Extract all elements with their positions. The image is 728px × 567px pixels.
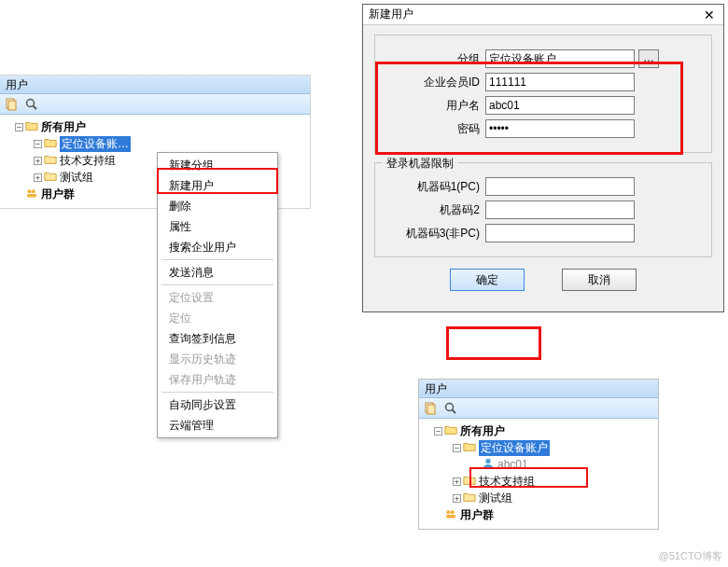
search-icon[interactable] bbox=[443, 401, 458, 416]
folder-open-icon bbox=[44, 136, 57, 152]
expand-toggle[interactable]: + bbox=[453, 477, 461, 486]
close-icon[interactable]: ✕ bbox=[701, 7, 718, 22]
input-group[interactable] bbox=[485, 49, 635, 68]
ok-button[interactable]: 确定 bbox=[450, 269, 525, 291]
svg-point-4 bbox=[27, 189, 31, 193]
expand-placeholder bbox=[471, 461, 480, 469]
expand-toggle[interactable]: + bbox=[34, 173, 42, 182]
menu-separator bbox=[161, 284, 273, 285]
expand-toggle[interactable]: + bbox=[453, 494, 461, 503]
new-user-dialog: 新建用户 ✕ 分组 … 企业会员ID 用户名 密码 bbox=[362, 4, 724, 312]
folder-icon bbox=[463, 474, 476, 490]
tree-label: 定位设备账… bbox=[60, 136, 131, 152]
input-machine1[interactable] bbox=[485, 177, 635, 196]
svg-rect-14 bbox=[446, 514, 456, 518]
svg-point-12 bbox=[446, 510, 450, 514]
folder-icon bbox=[463, 491, 476, 506]
svg-point-5 bbox=[32, 189, 35, 193]
svg-point-11 bbox=[485, 458, 490, 463]
form-group-restrict: 机器码1(PC) 机器码2 机器码3(非PC) bbox=[374, 162, 712, 257]
form-group-main: 分组 … 企业会员ID 用户名 密码 bbox=[374, 35, 712, 153]
copy-icon[interactable] bbox=[423, 401, 438, 416]
tree-node-locate[interactable]: − 定位设备账… bbox=[4, 135, 310, 152]
tree-label: 定位设备账户 bbox=[479, 440, 550, 456]
folder-icon bbox=[44, 153, 57, 169]
tree-node-test[interactable]: + 测试组 bbox=[423, 490, 658, 506]
tree-label: 技术支持组 bbox=[479, 474, 535, 490]
expand-placeholder bbox=[434, 511, 442, 519]
tree-leaf-user[interactable]: abc01 bbox=[423, 456, 658, 473]
highlight-ok bbox=[446, 326, 541, 360]
input-member-id[interactable] bbox=[485, 73, 635, 91]
folder-open-icon bbox=[444, 423, 457, 439]
svg-point-13 bbox=[451, 510, 455, 514]
label-password: 密码 bbox=[383, 121, 485, 137]
tree-label: 测试组 bbox=[479, 491, 512, 506]
tree-label: 所有用户 bbox=[41, 119, 86, 135]
panel-title: 用户 bbox=[419, 380, 658, 398]
tree-label: 用户群 bbox=[460, 507, 494, 523]
dialog-buttons: 确定 取消 bbox=[374, 267, 712, 302]
panel-toolbar bbox=[419, 398, 658, 419]
tree-root[interactable]: − 所有用户 bbox=[423, 422, 658, 439]
menu-new-user[interactable]: 新建用户 bbox=[158, 175, 277, 196]
input-machine2[interactable] bbox=[485, 201, 635, 219]
menu-cloud-mgmt[interactable]: 云端管理 bbox=[158, 415, 277, 436]
input-password[interactable] bbox=[485, 119, 635, 138]
folder-icon bbox=[44, 170, 57, 186]
label-machine1: 机器码1(PC) bbox=[383, 179, 485, 195]
label-member-id: 企业会员ID bbox=[383, 75, 485, 90]
tree-label: 测试组 bbox=[60, 170, 93, 186]
folder-open-icon bbox=[25, 119, 38, 135]
menu-properties[interactable]: 属性 bbox=[158, 216, 277, 237]
dialog-titlebar: 新建用户 ✕ bbox=[363, 5, 723, 25]
user-tree-small: − 所有用户 − 定位设备账户 abc01 + 技术支持组 + 测试组 用户群 bbox=[419, 419, 658, 529]
menu-new-group[interactable]: 新建分组 bbox=[158, 155, 277, 175]
svg-line-3 bbox=[34, 105, 37, 109]
tree-label: 所有用户 bbox=[460, 423, 505, 439]
menu-delete[interactable]: 删除 bbox=[158, 196, 277, 216]
tree-label: abc01 bbox=[497, 458, 528, 471]
tree-root[interactable]: − 所有用户 bbox=[4, 118, 310, 135]
tree-label: 技术支持组 bbox=[60, 153, 116, 169]
copy-icon[interactable] bbox=[4, 97, 19, 112]
expand-toggle[interactable]: + bbox=[34, 157, 42, 165]
dialog-title: 新建用户 bbox=[369, 7, 413, 22]
input-machine3[interactable] bbox=[485, 224, 635, 242]
tree-user-group[interactable]: 用户群 bbox=[423, 506, 658, 523]
expand-toggle[interactable]: − bbox=[453, 444, 461, 452]
label-machine2: 机器码2 bbox=[383, 202, 485, 218]
menu-locate: 定位 bbox=[158, 308, 277, 328]
menu-save-track: 保存用户轨迹 bbox=[158, 369, 277, 390]
user-icon bbox=[482, 457, 495, 473]
input-username[interactable] bbox=[485, 96, 635, 115]
panel-toolbar bbox=[0, 94, 310, 115]
expand-toggle[interactable]: − bbox=[434, 427, 442, 436]
menu-show-track: 显示历史轨迹 bbox=[158, 349, 277, 369]
svg-line-10 bbox=[453, 409, 456, 413]
svg-rect-8 bbox=[427, 405, 435, 414]
user-panel-small: 用户 − 所有用户 − 定位设备账户 abc01 + 技术支持组 bbox=[418, 379, 659, 530]
menu-send-msg[interactable]: 发送消息 bbox=[158, 262, 277, 283]
expand-placeholder bbox=[15, 190, 23, 199]
menu-loc-settings: 定位设置 bbox=[158, 287, 277, 308]
panel-title: 用户 bbox=[0, 76, 310, 94]
browse-button[interactable]: … bbox=[638, 49, 659, 68]
search-icon[interactable] bbox=[24, 97, 39, 112]
svg-rect-6 bbox=[27, 193, 37, 197]
context-menu: 新建分组 新建用户 删除 属性 搜索企业用户 发送消息 定位设置 定位 查询签到… bbox=[157, 152, 278, 438]
tree-node-support[interactable]: + 技术支持组 bbox=[423, 473, 658, 490]
menu-auto-sync[interactable]: 自动同步设置 bbox=[158, 394, 277, 415]
expand-toggle[interactable]: − bbox=[15, 123, 23, 131]
menu-query-sign[interactable]: 查询签到信息 bbox=[158, 328, 277, 349]
menu-search-user[interactable]: 搜索企业用户 bbox=[158, 237, 277, 257]
svg-point-9 bbox=[446, 403, 454, 410]
folder-open-icon bbox=[463, 440, 476, 456]
tree-node-locate[interactable]: − 定位设备账户 bbox=[423, 439, 658, 456]
tree-label: 用户群 bbox=[41, 187, 75, 202]
cancel-button[interactable]: 取消 bbox=[562, 269, 637, 291]
label-username: 用户名 bbox=[383, 98, 485, 114]
svg-point-2 bbox=[27, 99, 35, 106]
expand-toggle[interactable]: − bbox=[34, 140, 42, 148]
group-icon bbox=[25, 187, 38, 202]
